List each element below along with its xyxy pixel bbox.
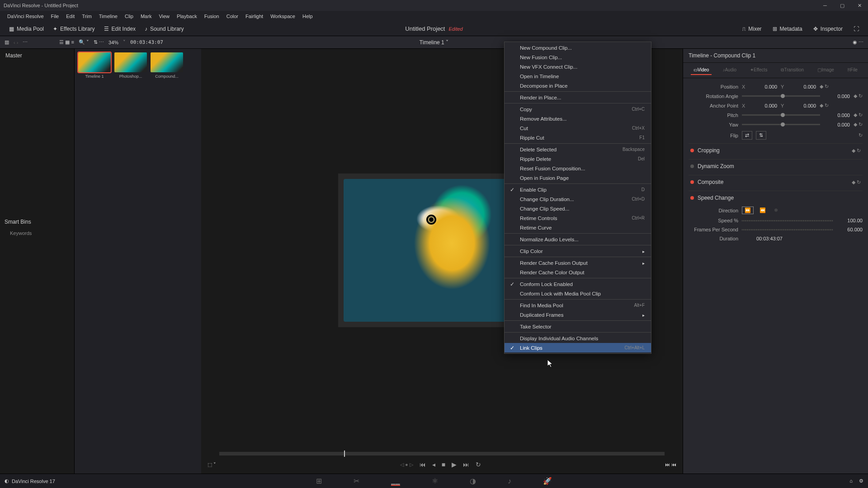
view-mode-icon[interactable]: ▥ <box>5 39 9 45</box>
flip-h-button[interactable]: ⇄ <box>742 131 752 140</box>
media-pool-button[interactable]: ▦Media Pool <box>5 24 48 34</box>
rotation-val[interactable]: 0.000 <box>824 94 850 99</box>
ctx-copy[interactable]: CopyCtrl+C <box>505 104 651 114</box>
smart-bins[interactable]: Smart Bins <box>0 216 74 228</box>
cropping-section[interactable]: Cropping <box>698 147 848 154</box>
speed-slider[interactable] <box>742 220 833 221</box>
menu-help[interactable]: Help <box>299 12 316 21</box>
timeline-name[interactable]: Timeline 1 ˅ <box>420 39 448 46</box>
ctx-conform-lock-enabled[interactable]: Conform Lock Enabled <box>505 279 651 289</box>
direction-rev[interactable]: ⏪ <box>757 207 768 214</box>
sound-library-button[interactable]: ♪Sound Library <box>140 24 189 34</box>
composite-section[interactable]: Composite <box>698 179 848 185</box>
ctx-new-compound-clip-[interactable]: New Compound Clip... <box>505 43 651 52</box>
ctx-decompose-in-place[interactable]: Decompose in Place <box>505 81 651 90</box>
yaw-slider[interactable] <box>742 124 820 125</box>
ctx-find-in-media-pool[interactable]: Find In Media PoolAlt+F <box>505 300 651 310</box>
ctx-open-in-fusion-page[interactable]: Open in Fusion Page <box>505 173 651 183</box>
home-icon[interactable]: ⌂ <box>849 478 853 484</box>
viewer-scrubber[interactable] <box>344 450 345 457</box>
direction-freeze[interactable]: ❄ <box>772 207 780 214</box>
anchor-x[interactable]: 0.000 <box>751 103 777 108</box>
ctx-retime-curve[interactable]: Retime Curve <box>505 223 651 232</box>
keyframe-icon[interactable]: ◆ ↻ <box>820 84 829 89</box>
clip-timeline1[interactable]: Timeline 1 <box>78 52 111 86</box>
menu-timeline[interactable]: Timeline <box>95 12 121 21</box>
direction-fwd[interactable]: ⏩ <box>742 206 754 214</box>
ctx-open-in-timeline[interactable]: Open in Timeline <box>505 71 651 81</box>
ctx-display-individual-audio-channels[interactable]: Display Individual Audio Channels <box>505 333 651 343</box>
page-edit[interactable]: ⎯⎯ <box>391 477 400 486</box>
position-y[interactable]: 0.000 <box>790 84 816 89</box>
maximize-button[interactable]: ▢ <box>834 0 851 11</box>
tab-video[interactable]: ▭Video <box>691 66 712 75</box>
ctx-ripple-cut[interactable]: Ripple CutF1 <box>505 133 651 142</box>
sort-icon[interactable]: ⇅ ⋯ <box>94 39 104 45</box>
ctx-new-vfx-connect-clip-[interactable]: New VFX Connect Clip... <box>505 62 651 71</box>
effects-library-button[interactable]: ✦Effects Library <box>48 24 99 34</box>
ctx-link-clips[interactable]: Link ClipsCtrl+Alt+L <box>505 343 651 352</box>
stop-button[interactable]: ■ <box>442 461 445 468</box>
clip-compound[interactable]: Compound... <box>151 52 183 86</box>
minimize-button[interactable]: ─ <box>816 0 834 11</box>
ctx-ripple-delete[interactable]: Ripple DeleteDel <box>505 154 651 164</box>
ctx-cut[interactable]: CutCtrl+X <box>505 123 651 133</box>
menu-fusion[interactable]: Fusion <box>201 12 223 21</box>
next-clip-button[interactable]: ⏭ <box>463 461 469 468</box>
menu-file[interactable]: File <box>47 12 63 21</box>
clip-photoshop[interactable]: Photoshop... <box>114 52 147 86</box>
page-cut[interactable]: ✂ <box>354 477 359 485</box>
options-icon[interactable]: ◉ ⋯ <box>853 39 863 45</box>
ctx-duplicated-frames[interactable]: Duplicated Frames <box>505 310 651 319</box>
page-fairlight[interactable]: ♪ <box>508 477 511 485</box>
search-icon[interactable]: 🔍 ˅ <box>79 39 89 45</box>
loop-button[interactable]: ↻ <box>476 461 481 468</box>
menu-clip[interactable]: Clip <box>121 12 137 21</box>
ctx-remove-attributes-[interactable]: Remove Attributes... <box>505 114 651 123</box>
close-button[interactable]: ✕ <box>851 0 868 11</box>
ctx-new-fusion-clip-[interactable]: New Fusion Clip... <box>505 52 651 62</box>
page-deliver[interactable]: 🚀 <box>543 477 552 485</box>
ctx-change-clip-speed-[interactable]: Change Clip Speed... <box>505 204 651 213</box>
menu-playback[interactable]: Playback <box>173 12 201 21</box>
ctx-change-clip-duration-[interactable]: Change Clip Duration...Ctrl+D <box>505 194 651 204</box>
list-view-icon[interactable]: ☰ ▦ ≡ <box>59 39 74 45</box>
ctx-take-selector[interactable]: Take Selector <box>505 322 651 331</box>
inspector-button[interactable]: ✥Inspector <box>809 24 847 34</box>
prev-clip-button[interactable]: ⏮ <box>420 461 426 468</box>
mark-in-icon[interactable]: ⬚ ˅ <box>208 462 216 468</box>
flip-v-button[interactable]: ⇅ <box>756 131 766 140</box>
page-fusion[interactable]: ⚛ <box>432 477 438 485</box>
match-frame-icon[interactable]: ⏭ ⏮ <box>665 462 676 467</box>
ctx-reset-fusion-composition-[interactable]: Reset Fusion Composition... <box>505 164 651 173</box>
menu-trim[interactable]: Trim <box>78 12 95 21</box>
ctx-delete-selected[interactable]: Delete SelectedBackspace <box>505 145 651 154</box>
ctx-retime-controls[interactable]: Retime ControlsCtrl+R <box>505 213 651 223</box>
keywords-bin[interactable]: Keywords <box>0 228 74 239</box>
step-back-button[interactable]: ◂ <box>432 461 435 468</box>
ctx-normalize-audio-levels-[interactable]: Normalize Audio Levels... <box>505 235 651 244</box>
ctx-render-in-place-[interactable]: Render in Place... <box>505 93 651 102</box>
ctx-render-cache-color-output[interactable]: Render Cache Color Output <box>505 267 651 277</box>
menu-color[interactable]: Color <box>223 12 242 21</box>
settings-icon[interactable]: ⚙ <box>859 478 863 484</box>
play-button[interactable]: ▶ <box>452 461 457 468</box>
dots-icon[interactable]: ⋯ <box>23 39 28 45</box>
anchor-y[interactable]: 0.000 <box>790 103 816 108</box>
pitch-slider[interactable] <box>742 114 820 116</box>
menu-view[interactable]: View <box>155 12 173 21</box>
mixer-button[interactable]: ⎍Mixer <box>738 24 766 34</box>
ctx-render-cache-fusion-output[interactable]: Render Cache Fusion Output <box>505 258 651 267</box>
tab-file[interactable]: ⎘File <box>845 66 860 75</box>
tab-audio[interactable]: ♪Audio <box>720 66 739 75</box>
menu-davinci[interactable]: DaVinci Resolve <box>4 12 47 21</box>
dynamic-zoom-section[interactable]: Dynamic Zoom <box>698 163 861 169</box>
ctx-clip-color[interactable]: Clip Color <box>505 246 651 256</box>
ctx-conform-lock-with-media-pool-clip[interactable]: Conform Lock with Media Pool Clip <box>505 289 651 298</box>
speed-change-section[interactable]: Speed Change <box>698 195 861 201</box>
menu-fairlight[interactable]: Fairlight <box>242 12 267 21</box>
menu-workspace[interactable]: Workspace <box>267 12 299 21</box>
master-folder[interactable]: Master <box>0 49 74 62</box>
tab-effects[interactable]: ✦Effects <box>747 66 770 75</box>
fps-slider[interactable] <box>742 229 833 230</box>
